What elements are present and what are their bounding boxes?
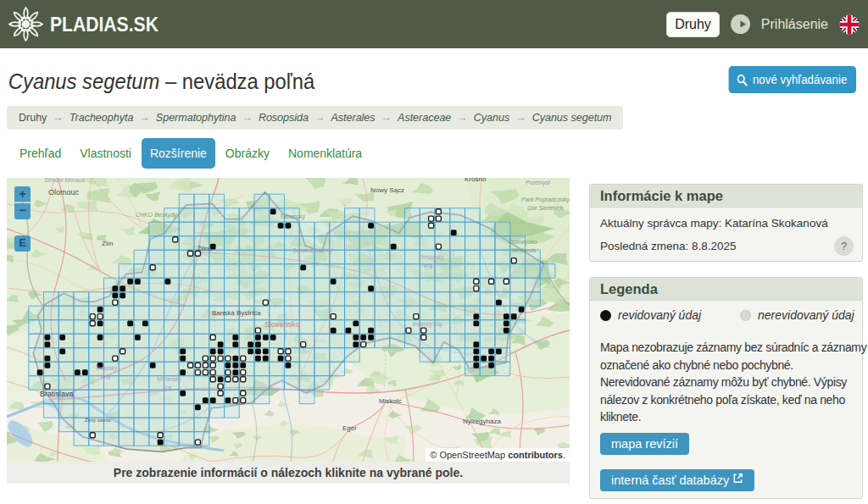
svg-text:Ostrołęsko: Ostrołęsko [509, 239, 537, 246]
svg-text:Park Popradczoky: Park Popradczoky [521, 197, 570, 203]
svg-text:Nowy Sącz: Nowy Sącz [370, 186, 404, 194]
svg-text:kraj: kraj [424, 263, 433, 269]
svg-text:Bratislava: Bratislava [40, 390, 74, 398]
svg-text:Krosno: Krosno [465, 178, 487, 183]
svg-text:Nitriansky: Nitriansky [157, 376, 181, 383]
svg-text:Metlands: Metlands [512, 247, 537, 253]
svg-text:Eger: Eger [342, 424, 357, 432]
svg-text:Banskobystrický: Banskobystrický [292, 247, 333, 254]
svg-text:kraj: kraj [163, 385, 172, 391]
svg-text:CHKO Beskydy: CHKO Beskydy [136, 212, 177, 219]
svg-text:Gór Słonnych: Gór Słonnych [527, 205, 564, 212]
svg-text:Tatranský: Tatranský [280, 213, 306, 220]
svg-text:Žitný ostrov: Žitný ostrov [85, 417, 111, 423]
svg-text:Žilina: Žilina [198, 245, 212, 252]
svg-text:kraj: kraj [102, 374, 111, 380]
svg-text:Miskolc: Miskolc [379, 397, 402, 405]
svg-text:Olomouc: Olomouc [48, 188, 80, 197]
svg-text:Nyíregyháza: Nyíregyháza [463, 418, 501, 425]
svg-text:Střední Morava: Střední Morava [44, 178, 85, 183]
svg-text:Zlín: Zlín [102, 240, 113, 247]
svg-text:Košický kraj: Košický kraj [413, 321, 442, 328]
svg-text:Trnavský: Trnavský [95, 365, 118, 372]
svg-text:Slovensko: Slovensko [264, 320, 300, 329]
svg-text:Banská Bystrica: Banská Bystrica [212, 309, 261, 317]
svg-text:Prešovský: Prešovský [419, 254, 445, 261]
svg-text:Przemyśl: Przemyśl [526, 180, 550, 186]
